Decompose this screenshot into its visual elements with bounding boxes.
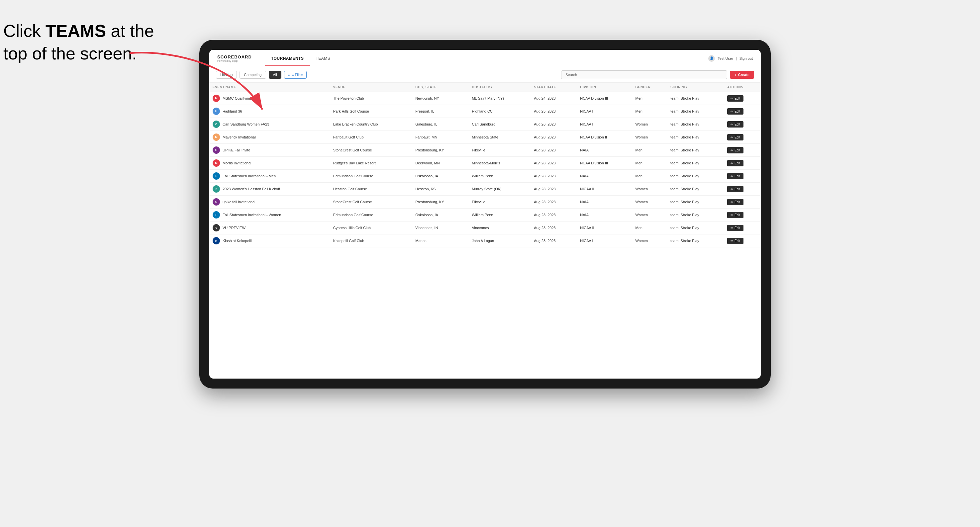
table-row: C Carl Sandburg Women FA23 Lake Bracken …: [209, 118, 761, 131]
edit-icon: ✏: [730, 97, 733, 100]
hosted-by-cell: Pikeville: [468, 144, 531, 157]
edit-button[interactable]: ✏ Edit: [727, 212, 743, 218]
start-date-cell: Aug 28, 2023: [531, 235, 577, 248]
scoring-cell: team, Stroke Play: [667, 208, 724, 222]
gender-cell: Men: [632, 92, 667, 105]
start-date-cell: Aug 28, 2023: [531, 170, 577, 183]
hosting-filter-button[interactable]: Hosting: [216, 71, 237, 79]
scoring-cell: team, Stroke Play: [667, 170, 724, 183]
col-actions: ACTIONS: [724, 83, 761, 92]
venue-cell: Cypress Hills Golf Club: [330, 222, 412, 235]
scoring-cell: team, Stroke Play: [667, 222, 724, 235]
start-date-cell: Aug 24, 2023: [531, 92, 577, 105]
city-state-cell: Oskaloosa, IA: [412, 208, 468, 222]
event-name-cell: 2 2023 Women's Hesston Fall Kickoff: [209, 183, 330, 195]
event-name-cell: U upike fall invitational: [209, 195, 330, 208]
division-cell: NCAA Division III: [577, 92, 632, 105]
table-row: F Fall Statesmen Invitational - Women Ed…: [209, 208, 761, 222]
city-state-cell: Marion, IL: [412, 235, 468, 248]
scoring-cell: team, Stroke Play: [667, 157, 724, 170]
toolbar: Hosting Competing All ≡ ≡ Filter + Creat…: [209, 67, 761, 83]
city-state-cell: Newburgh, NY: [412, 92, 468, 105]
table-row: V VU PREVIEW Cypress Hills Golf Club Vin…: [209, 222, 761, 235]
division-cell: NAIA: [577, 170, 632, 183]
edit-button[interactable]: ✏ Edit: [727, 173, 743, 179]
gender-cell: Women: [632, 195, 667, 208]
edit-button[interactable]: ✏ Edit: [727, 186, 743, 192]
col-gender: GENDER: [632, 83, 667, 92]
event-name: Maverick Invitational: [223, 135, 256, 139]
actions-cell: ✏ Edit: [724, 208, 761, 222]
sign-out-link[interactable]: Sign out: [740, 56, 753, 60]
venue-cell: Park Hills Golf Course: [330, 105, 412, 118]
start-date-cell: Aug 28, 2023: [531, 222, 577, 235]
edit-icon: ✏: [730, 110, 733, 113]
search-input[interactable]: [561, 70, 727, 79]
start-date-cell: Aug 28, 2023: [531, 195, 577, 208]
scoring-cell: team, Stroke Play: [667, 105, 724, 118]
edit-button[interactable]: ✏ Edit: [727, 108, 743, 114]
nav-bar: SCOREBOARD Powered by clippt TOURNAMENTS…: [209, 50, 761, 67]
gender-cell: Women: [632, 208, 667, 222]
table-row: M MSMC Qualifying 1 The Powelton Club Ne…: [209, 92, 761, 105]
event-name: Fall Statesmen Invitational - Women: [223, 213, 281, 217]
instruction-line2: top of the screen.: [3, 44, 137, 63]
venue-cell: Edmundson Golf Course: [330, 208, 412, 222]
scoring-cell: team, Stroke Play: [667, 118, 724, 131]
logo-subtitle: Powered by clippt: [217, 59, 252, 62]
table-row: F Fall Statesmen Invitational - Men Edmu…: [209, 170, 761, 183]
edit-button[interactable]: ✏ Edit: [727, 238, 743, 244]
edit-button[interactable]: ✏ Edit: [727, 199, 743, 205]
division-cell: NICAA II: [577, 183, 632, 195]
city-state-cell: Deerwood, MN: [412, 157, 468, 170]
edit-icon: ✏: [730, 161, 733, 165]
edit-button[interactable]: ✏ Edit: [727, 121, 743, 127]
edit-icon: ✏: [730, 135, 733, 139]
table-header: EVENT NAME VENUE CITY, STATE HOSTED BY S…: [209, 83, 761, 92]
user-icon: 👤: [708, 55, 715, 62]
team-logo: C: [213, 121, 220, 128]
gender-cell: Women: [632, 235, 667, 248]
scoring-cell: team, Stroke Play: [667, 144, 724, 157]
city-state-cell: Galesburg, IL: [412, 118, 468, 131]
tablet-screen: SCOREBOARD Powered by clippt TOURNAMENTS…: [209, 50, 761, 379]
event-name-cell: C Carl Sandburg Women FA23: [209, 118, 330, 131]
event-name: MSMC Qualifying 1: [223, 96, 254, 100]
edit-button[interactable]: ✏ Edit: [727, 225, 743, 231]
event-name-cell: F Fall Statesmen Invitational - Men: [209, 170, 330, 183]
edit-button[interactable]: ✏ Edit: [727, 134, 743, 140]
event-name-cell: F Fall Statesmen Invitational - Women: [209, 208, 330, 222]
actions-cell: ✏ Edit: [724, 183, 761, 195]
event-name: Morris Invitational: [223, 161, 251, 165]
edit-button[interactable]: ✏ Edit: [727, 160, 743, 167]
edit-button[interactable]: ✏ Edit: [727, 95, 743, 102]
venue-cell: StoneCrest Golf Course: [330, 195, 412, 208]
all-filter-button[interactable]: All: [269, 71, 282, 79]
create-button[interactable]: + Create: [730, 71, 754, 79]
venue-cell: StoneCrest Golf Course: [330, 144, 412, 157]
nav-tournaments[interactable]: TOURNAMENTS: [265, 51, 310, 66]
venue-cell: Edmundson Golf Course: [330, 170, 412, 183]
plus-icon: +: [735, 73, 737, 77]
competing-filter-button[interactable]: Competing: [240, 71, 266, 79]
filter-options-button[interactable]: ≡ ≡ Filter: [284, 71, 307, 79]
hosted-by-cell: Pikeville: [468, 195, 531, 208]
edit-icon: ✏: [730, 187, 733, 191]
edit-button[interactable]: ✏ Edit: [727, 147, 743, 153]
instruction-text: Click TEAMS at the top of the screen.: [3, 20, 154, 65]
nav-teams[interactable]: TEAMS: [310, 51, 337, 66]
table-row: U UPIKE Fall Invite StoneCrest Golf Cour…: [209, 144, 761, 157]
gender-cell: Women: [632, 118, 667, 131]
team-logo: 2: [213, 185, 220, 193]
hosted-by-cell: William Penn: [468, 170, 531, 183]
instruction-line1: Click TEAMS at the: [3, 21, 154, 41]
tablet-device: SCOREBOARD Powered by clippt TOURNAMENTS…: [199, 40, 771, 389]
hosted-by-cell: William Penn: [468, 208, 531, 222]
team-logo: U: [213, 146, 220, 154]
city-state-cell: Freeport, IL: [412, 105, 468, 118]
event-name: UPIKE Fall Invite: [223, 148, 250, 152]
venue-cell: The Powelton Club: [330, 92, 412, 105]
tournaments-table: EVENT NAME VENUE CITY, STATE HOSTED BY S…: [209, 83, 761, 248]
edit-icon: ✏: [730, 213, 733, 217]
division-cell: NCAA Division III: [577, 157, 632, 170]
